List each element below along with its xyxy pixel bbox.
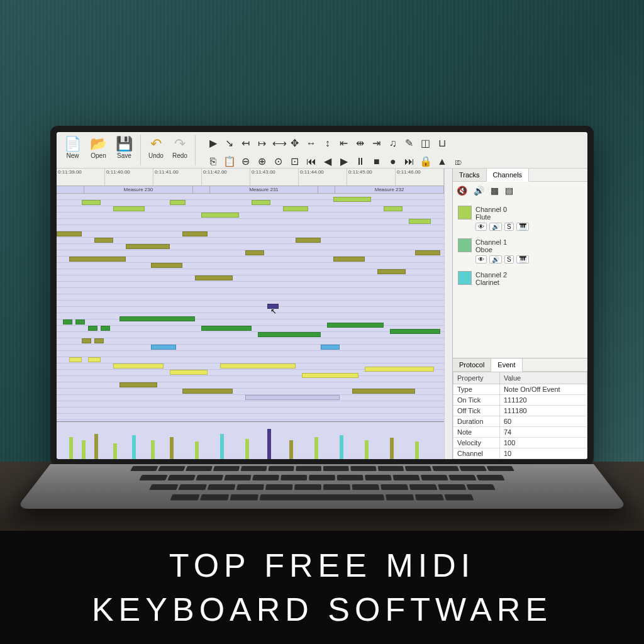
value-cell[interactable]: 10 xyxy=(499,448,587,459)
velocity-bar[interactable] xyxy=(82,440,86,459)
velocity-lane[interactable] xyxy=(57,421,444,459)
midi-note-selected[interactable] xyxy=(267,304,279,309)
midi-note[interactable] xyxy=(170,200,186,205)
midi-note[interactable] xyxy=(113,206,145,211)
pencil-icon[interactable]: ✎ xyxy=(403,137,416,149)
midi-note[interactable] xyxy=(283,206,308,211)
record-icon[interactable]: ● xyxy=(387,156,399,167)
metronome-icon[interactable]: ▲ xyxy=(436,156,448,167)
midi-note[interactable] xyxy=(333,257,365,262)
midi-note[interactable] xyxy=(245,250,264,255)
lock-icon[interactable]: 🔒 xyxy=(419,155,432,167)
midi-note[interactable] xyxy=(151,263,182,268)
quantize-left-icon[interactable]: ⇤ xyxy=(338,137,350,149)
channel-color-swatch[interactable] xyxy=(458,271,472,285)
copy-icon[interactable]: ⎘ xyxy=(207,156,219,167)
value-cell[interactable]: 100 xyxy=(499,438,587,448)
midi-note[interactable] xyxy=(377,269,406,274)
velocity-bar[interactable] xyxy=(245,439,249,459)
midi-note[interactable] xyxy=(57,231,82,236)
move-left-icon[interactable]: ↤ xyxy=(240,137,252,149)
midi-note[interactable] xyxy=(220,364,296,369)
visible-toggle-icon[interactable]: 👁 xyxy=(475,255,487,264)
pause-icon[interactable]: ⏸ xyxy=(354,156,367,167)
midi-note[interactable] xyxy=(94,338,104,343)
channel-item[interactable]: Channel 2 Clarinet xyxy=(455,267,585,290)
redo-button[interactable]: ↷Redo xyxy=(169,135,191,160)
eraser-icon[interactable]: ◫ xyxy=(419,137,432,149)
midi-note[interactable] xyxy=(365,367,434,372)
midi-note[interactable] xyxy=(201,326,252,331)
midi-note[interactable] xyxy=(182,231,208,236)
zoom-out-icon[interactable]: ⊖ xyxy=(240,155,252,167)
value-cell[interactable]: Note On/Off Event xyxy=(499,384,587,395)
channel-color-swatch[interactable] xyxy=(458,206,472,219)
vertical-scrollbar[interactable] xyxy=(444,169,452,459)
audio-toggle-icon[interactable]: 🔊 xyxy=(489,223,502,231)
instrument-icon[interactable]: 🎹 xyxy=(516,255,529,264)
midi-note[interactable] xyxy=(252,200,270,205)
midi-note[interactable] xyxy=(82,200,101,205)
midi-note[interactable] xyxy=(390,329,440,334)
midi-note[interactable] xyxy=(321,345,340,350)
tab-channels[interactable]: Channels xyxy=(487,169,529,182)
midi-note[interactable] xyxy=(94,238,113,243)
velocity-bar[interactable] xyxy=(220,434,224,459)
midi-note[interactable] xyxy=(126,244,170,249)
align-icon[interactable]: ⟷ xyxy=(272,137,285,149)
zoom-fit-icon[interactable]: ⊡ xyxy=(289,155,301,167)
unmute-all-icon[interactable]: 🔊 xyxy=(474,186,484,196)
midi-note[interactable] xyxy=(88,326,97,331)
undo-button[interactable]: ↶Undo xyxy=(145,135,167,160)
instrument-icon[interactable]: 🎹 xyxy=(516,223,529,231)
midi-note[interactable] xyxy=(119,316,195,321)
measure-ruler[interactable]: Measure 230 Measure 231 Measure 232 xyxy=(57,186,444,194)
midi-note[interactable] xyxy=(296,238,321,243)
piano-roll-editor[interactable]: 0:11:39.00 0:11:40.00 0:11:41.00 0:11:42… xyxy=(57,169,444,459)
h-arrows-icon[interactable]: ↔ xyxy=(305,138,318,149)
solo-button[interactable]: S xyxy=(504,255,514,264)
play-icon[interactable]: ▶ xyxy=(338,155,350,167)
timeline-ruler[interactable]: 0:11:39.00 0:11:40.00 0:11:41.00 0:11:42… xyxy=(57,169,444,186)
midi-note[interactable] xyxy=(69,357,82,362)
midi-note[interactable] xyxy=(245,395,340,400)
open-button[interactable]: 📂Open xyxy=(86,135,111,160)
zoom-h-icon[interactable]: ⊙ xyxy=(272,155,285,167)
velocity-bar[interactable] xyxy=(94,434,98,459)
midi-note[interactable] xyxy=(415,250,440,255)
new-button[interactable]: 📄New xyxy=(60,135,85,160)
save-button[interactable]: 💾Save xyxy=(112,135,136,160)
value-cell[interactable]: 111180 xyxy=(499,406,587,416)
midi-note[interactable] xyxy=(258,332,321,337)
magnet-icon[interactable]: ⊔ xyxy=(436,137,448,149)
midi-note[interactable] xyxy=(302,373,358,378)
midi-note[interactable] xyxy=(170,370,208,375)
midi-note[interactable] xyxy=(327,323,384,328)
midi-note[interactable] xyxy=(201,213,239,218)
prev-icon[interactable]: ◀ xyxy=(321,155,334,167)
midi-note[interactable] xyxy=(333,197,371,202)
velocity-bar[interactable] xyxy=(69,437,73,459)
velocity-bar[interactable] xyxy=(267,429,271,459)
visible-toggle-icon[interactable]: 👁 xyxy=(475,223,487,231)
velocity-bar[interactable] xyxy=(314,437,318,459)
velocity-bar[interactable] xyxy=(390,438,394,459)
note-grid[interactable]: ↖ xyxy=(57,194,444,421)
piano-icon[interactable]: ⎄ xyxy=(452,156,465,167)
velocity-bar[interactable] xyxy=(289,440,293,459)
midi-note[interactable] xyxy=(88,357,101,362)
channel-item[interactable]: Channel 0 Flute 👁 🔊 S 🎹 xyxy=(455,202,585,235)
unsolo-icon[interactable]: ▤ xyxy=(505,186,513,196)
mute-all-icon[interactable]: 🔇 xyxy=(457,186,467,196)
midi-note[interactable] xyxy=(113,364,164,369)
midi-note[interactable] xyxy=(151,345,176,350)
velocity-bar[interactable] xyxy=(340,435,343,459)
velocity-bar[interactable] xyxy=(151,440,155,459)
midi-note[interactable] xyxy=(82,338,91,343)
midi-note[interactable] xyxy=(182,389,233,394)
midi-note[interactable] xyxy=(69,257,126,262)
velocity-bar[interactable] xyxy=(132,435,136,459)
move-arrows-icon[interactable]: ✥ xyxy=(289,137,301,149)
midi-note[interactable] xyxy=(409,219,431,224)
velocity-bar[interactable] xyxy=(170,437,174,459)
